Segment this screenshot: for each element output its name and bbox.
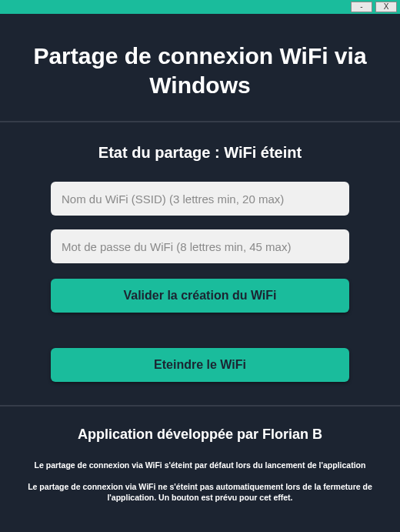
form-area: Valider la création du WiFi Eteindre le … <box>0 182 400 405</box>
validate-button[interactable]: Valider la création du WiFi <box>51 279 349 313</box>
page-title: Partage de connexion WiFi via Windows <box>0 14 400 121</box>
turnoff-button[interactable]: Eteindre le WiFi <box>51 348 349 382</box>
footer-note-1: Le partage de connexion via WiFi s'étein… <box>0 457 400 473</box>
minimize-button[interactable]: - <box>351 2 372 12</box>
ssid-input[interactable] <box>51 182 349 216</box>
close-button[interactable]: X <box>375 2 397 12</box>
titlebar: - X <box>0 0 400 14</box>
password-input[interactable] <box>51 229 349 263</box>
footer-note-2: Le partage de connexion via WiFi ne s'ét… <box>0 473 400 506</box>
status-heading: Etat du partage : WiFi éteint <box>0 122 400 182</box>
credits-heading: Application développée par Florian B <box>0 407 400 457</box>
